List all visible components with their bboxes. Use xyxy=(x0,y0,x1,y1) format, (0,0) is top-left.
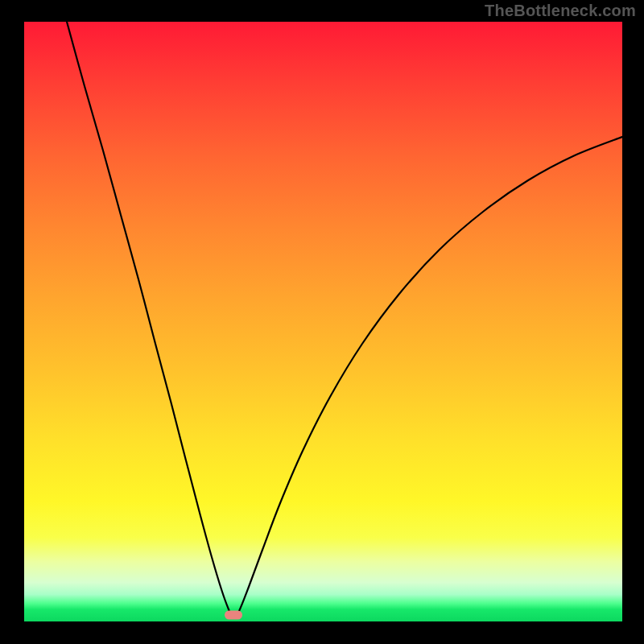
chart-container: TheBottleneck.com xyxy=(0,0,644,644)
minimum-marker xyxy=(225,611,242,620)
plot-area xyxy=(24,22,622,621)
bottleneck-curve-path xyxy=(67,22,622,618)
watermark-text: TheBottleneck.com xyxy=(485,2,636,20)
curve-svg xyxy=(24,22,622,621)
